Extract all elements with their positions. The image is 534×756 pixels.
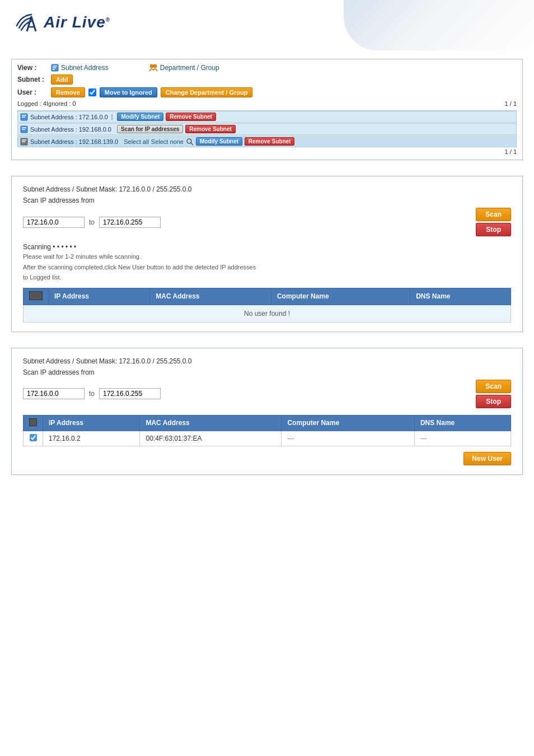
new-user-area: New User xyxy=(23,446,511,465)
svg-point-15 xyxy=(187,139,191,143)
logo-area: Air Live® xyxy=(11,10,523,35)
subnet-row-icon xyxy=(20,138,28,146)
scan-range-row-2: to Scan Stop xyxy=(23,380,511,408)
scan-btn-group-1: Scan Stop xyxy=(476,208,511,236)
subnet-address-3: Subnet Address : 192.168.139.0 xyxy=(30,138,118,145)
scan-from-input-2[interactable] xyxy=(23,388,85,399)
scan-to-input-1[interactable] xyxy=(99,217,161,228)
stop-button-1[interactable]: Stop xyxy=(476,223,511,236)
scan-subnet-info-2: Subnet Address / Subnet Mask: 172.16.0.0… xyxy=(23,357,511,365)
subnet-row: Subnet : Add xyxy=(17,74,517,85)
table-row: Subnet Address : 192.168.0.0 Scan for IP… xyxy=(17,123,517,135)
scan-from-input-1[interactable] xyxy=(23,217,85,228)
new-user-button[interactable]: New User xyxy=(463,452,511,465)
scan-to-label-2: to xyxy=(89,390,95,398)
scan-ip-button[interactable]: Scan for IP addresses xyxy=(117,125,183,133)
scan-button-1[interactable]: Scan xyxy=(476,208,511,221)
table-header-ip-2: IP Address xyxy=(43,415,140,431)
scanning-indicator: Scanning • • • • • • xyxy=(23,243,511,251)
remove-checkbox[interactable] xyxy=(88,88,96,96)
modify-subnet-1-button[interactable]: Modify Subnet xyxy=(117,113,163,121)
view-row: View : Subnet Address xyxy=(17,64,517,72)
stop-button-2[interactable]: Stop xyxy=(476,395,511,408)
mac-address-cell: 00:4F:63:01:37:EA xyxy=(140,431,282,446)
header-checkbox-2 xyxy=(29,418,37,426)
scan-results-table-2: IP Address MAC Address Computer Name DNS… xyxy=(23,415,511,446)
table-header-dns: DNS Name xyxy=(410,288,511,305)
scan-from-label-1: Scan IP addresses from xyxy=(23,197,511,204)
ip-address-cell: 172.16.0.2 xyxy=(43,431,140,446)
table-header-mac-2: MAC Address xyxy=(140,415,282,431)
dept-icon xyxy=(149,64,158,72)
no-user-message: No user found ! xyxy=(24,305,511,322)
user-label: User : xyxy=(17,88,51,96)
search-icon xyxy=(186,138,194,146)
subnet-content: Add xyxy=(51,74,73,85)
scan-info-line2: After the scanning completed,click New U… xyxy=(23,263,511,272)
brand-name: Air Live® xyxy=(44,13,110,31)
no-user-row: No user found ! xyxy=(24,305,511,322)
subnet-list: Subnet Address : 172.16.0.0 | Modify Sub… xyxy=(17,110,517,147)
row-checkbox[interactable] xyxy=(30,434,37,441)
subnet1-cursor: | xyxy=(111,114,113,120)
add-subnet-button[interactable]: Add xyxy=(51,74,73,85)
remove-subnet-2-button[interactable]: Remove Subnet xyxy=(185,125,236,133)
view-label: View : xyxy=(17,64,51,72)
subnet-1-actions: Modify Subnet Remove Subnet xyxy=(117,113,216,121)
svg-point-4 xyxy=(150,64,153,68)
main-content: View : Subnet Address xyxy=(0,50,534,499)
table-header-checkbox-2 xyxy=(24,415,43,431)
scan-button-2[interactable]: Scan xyxy=(476,380,511,393)
row-checkbox-cell xyxy=(24,431,43,446)
scan-to-input-2[interactable] xyxy=(99,388,161,399)
scan-subnet-info-1: Subnet Address / Subnet Mask: 172.16.0.0… xyxy=(23,185,511,193)
subnet-row-icon xyxy=(20,125,28,133)
select-none-link[interactable]: Select none xyxy=(151,138,184,145)
scan-to-label-1: to xyxy=(89,218,95,226)
scan-range-row-1: to Scan Stop xyxy=(23,208,511,236)
subnet-address-view[interactable]: Subnet Address xyxy=(51,64,109,72)
subnet-address-2: Subnet Address : 192.168.0.0 xyxy=(30,126,111,133)
scan-panel-1: Subnet Address / Subnet Mask: 172.16.0.0… xyxy=(11,176,523,332)
table-header-ip: IP Address xyxy=(49,288,150,305)
scan-from-label-2: Scan IP addresses from xyxy=(23,368,511,376)
remove-subnet-3-button[interactable]: Remove Subnet xyxy=(245,137,295,146)
user-row: User : Remove Move to Ignored Change Dep… xyxy=(17,87,517,97)
table-header-computer: Computer Name xyxy=(271,288,410,305)
modify-subnet-3-button[interactable]: Modify Subnet xyxy=(196,137,242,146)
select-all-link[interactable]: Select all xyxy=(124,138,149,145)
subnet-address-label: Subnet Address xyxy=(61,64,109,72)
subnet-label: Subnet : xyxy=(17,76,51,83)
subnet-address-1: Subnet Address : 172.16.0.0 xyxy=(30,114,108,120)
change-dept-button[interactable]: Change Department / Group xyxy=(161,87,253,97)
table-row: 172.16.0.2 00:4F:63:01:37:EA --- --- xyxy=(24,431,511,446)
scan-panel-2: Subnet Address / Subnet Mask: 172.16.0.0… xyxy=(11,348,523,475)
header-checkbox xyxy=(29,291,43,300)
page-indicator-top: 1 / 1 xyxy=(505,100,517,107)
subnet-row-icon xyxy=(20,113,28,121)
user-content: Remove Move to Ignored Change Department… xyxy=(51,87,252,97)
table-header-checkbox xyxy=(24,288,49,305)
airlive-logo-icon xyxy=(11,10,41,35)
subnet-management-panel: View : Subnet Address xyxy=(11,59,523,160)
ignored-count: Ignored : 0 xyxy=(46,100,76,107)
table-header-mac: MAC Address xyxy=(150,288,271,305)
scan-btn-group-2: Scan Stop xyxy=(476,380,511,408)
remove-subnet-1-button[interactable]: Remove Subnet xyxy=(166,113,216,121)
page-indicator-bottom: 1 / 1 xyxy=(17,148,517,155)
dns-name-cell: --- xyxy=(414,431,510,446)
view-content: Subnet Address Department / Group xyxy=(51,64,219,72)
subnet-3-actions: Select all Select none Modify Subnet Rem… xyxy=(124,137,294,146)
move-to-ignored-button[interactable]: Move to Ignored xyxy=(100,87,157,97)
scan-results-table-1: IP Address MAC Address Computer Name DNS… xyxy=(23,288,511,323)
scan-info-line1: Please wait for 1-2 minutes while scanni… xyxy=(23,252,511,262)
table-row: Subnet Address : 172.16.0.0 | Modify Sub… xyxy=(17,111,517,123)
dept-group-label: Department / Group xyxy=(160,64,219,72)
table-header-dns-2: DNS Name xyxy=(414,415,510,431)
remove-checkbox-group xyxy=(88,88,96,96)
status-bar: Logged : 4 Ignored : 0 1 / 1 xyxy=(17,100,517,107)
subnet-icon xyxy=(51,64,59,72)
dept-group-view[interactable]: Department / Group xyxy=(149,64,219,72)
subnet-2-actions: Scan for IP addresses Remove Subnet xyxy=(117,125,236,133)
remove-button[interactable]: Remove xyxy=(51,87,85,97)
